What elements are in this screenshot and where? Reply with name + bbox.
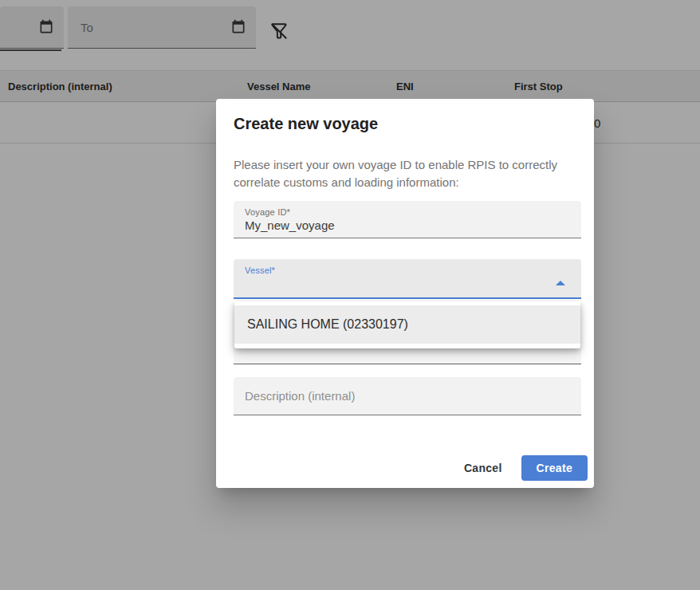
voyage-id-input[interactable] [245, 218, 564, 232]
voyage-id-field[interactable]: Voyage ID* [234, 201, 581, 238]
cancel-button[interactable]: Cancel [454, 455, 512, 481]
vessel-option[interactable]: SAILING HOME (02330197) [234, 305, 580, 344]
create-button[interactable]: Create [521, 455, 588, 481]
dialog-description: Please insert your own voyage ID to enab… [234, 156, 578, 191]
description-field[interactable] [234, 377, 581, 415]
description-input[interactable] [245, 377, 564, 415]
dialog-actions: Cancel Create [454, 455, 588, 481]
vessel-label: Vessel* [245, 266, 275, 275]
create-voyage-dialog: Create new voyage Please insert your own… [216, 99, 594, 488]
voyage-id-label: Voyage ID* [245, 207, 290, 217]
dialog-title: Create new voyage [234, 115, 378, 133]
chevron-up-icon[interactable] [556, 281, 565, 285]
vessel-select-field[interactable]: Vessel* [234, 259, 581, 299]
vessel-dropdown-menu: SAILING HOME (02330197) [234, 301, 580, 348]
first-stop-field-partially-covered[interactable] [234, 348, 581, 364]
